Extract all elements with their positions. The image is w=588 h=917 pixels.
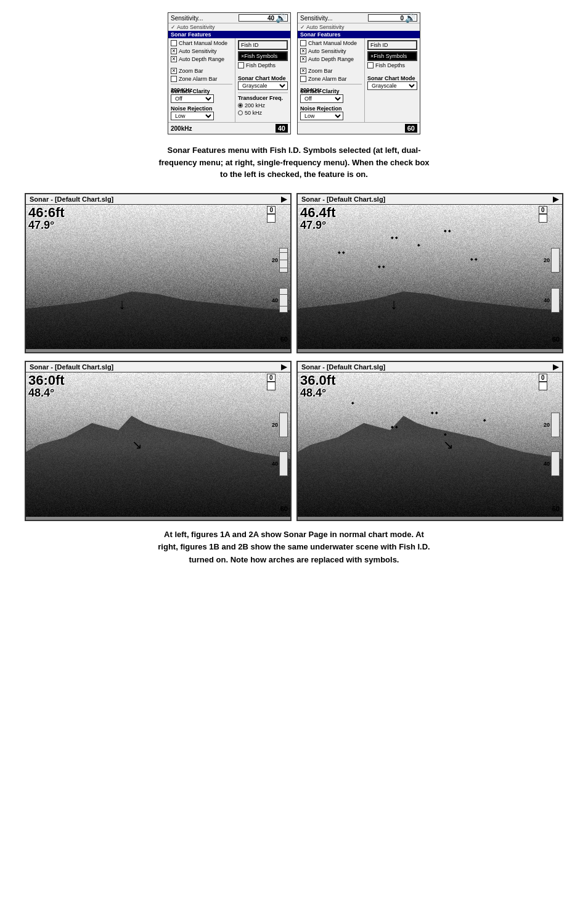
scale-2a: 20 <box>272 413 288 437</box>
right-fish-symbols-box[interactable]: ×Fish Symbols <box>367 51 417 61</box>
scale-20-2a: 20 <box>272 422 278 428</box>
right-auto-depth-checkbox[interactable] <box>300 56 306 62</box>
left-panel-left-col: Chart Manual Mode Auto Sensitivity Auto … <box>168 38 235 122</box>
right-nr-select[interactable]: Low <box>300 112 343 120</box>
left-transducer-section: Transducer Freq. 200 kHz 50 kHz <box>238 93 288 96</box>
left-nr-select[interactable]: Low <box>171 112 214 120</box>
right-sf-label: Sonar Features <box>300 31 341 38</box>
left-sonar-chart-mode: Sonar Chart Mode Grayscale <box>238 75 288 90</box>
sens-value-2a: 0 <box>267 374 276 382</box>
sonar-grid-row2: Sonar - [Default Chart.slg] ▶ 36:0ft 48.… <box>25 361 563 521</box>
scale-60-2a: 60 <box>280 503 288 514</box>
left-scm-select[interactable]: Grayscale <box>238 81 288 90</box>
right-auto-sens-label: Auto Sensitivity <box>308 48 346 54</box>
right-auto-depth-row: Auto Depth Range <box>300 56 362 62</box>
scale-40-2a: 40 <box>272 451 288 476</box>
right-sensitivity-bar[interactable]: 0 🔊 <box>368 14 417 22</box>
right-auto-sens-checkbox[interactable] <box>300 48 306 54</box>
left-200khz-row: 200 kHz <box>238 102 288 109</box>
depth-sub-2a: 48.4° <box>28 387 65 398</box>
left-zoom-bar-row: Zoom Bar <box>171 68 232 74</box>
scale-20-2b: 20 <box>544 422 550 428</box>
sens-icon-2a <box>267 382 276 390</box>
left-auto-depth-label: Auto Depth Range <box>179 56 224 62</box>
left-chart-manual-row: Chart Manual Mode <box>171 40 232 46</box>
left-50khz-label: 50 kHz <box>245 110 262 116</box>
sens-area-2b: 0 <box>539 374 547 390</box>
scale-20-1a: 20 <box>272 257 278 263</box>
right-zoom-bar-checkbox[interactable] <box>300 68 306 74</box>
left-auto-depth-row: Auto Depth Range <box>171 56 232 62</box>
left-50khz-radio[interactable] <box>238 110 243 115</box>
right-chart-manual-row: Chart Manual Mode <box>300 40 362 46</box>
right-sc-select[interactable]: Off <box>300 94 343 103</box>
right-fish-id-label: Fish ID <box>370 42 388 48</box>
right-surface-clarity: Surface Clarity Off <box>300 88 362 103</box>
right-fish-depths-checkbox[interactable] <box>367 62 374 68</box>
fish-sym-2b-1: ⬥ <box>351 398 355 406</box>
left-auto-depth-checkbox[interactable] <box>171 56 177 62</box>
left-panel-right-col: Fish ID ×Fish Symbols Fish Depths Sonar … <box>235 38 290 122</box>
sonar-screen-2a: Sonar - [Default Chart.slg] ▶ 36:0ft 48.… <box>25 361 292 521</box>
right-zone-alarm-checkbox[interactable] <box>300 76 306 82</box>
right-panel-left-col: Chart Manual Mode Auto Sensitivity Auto … <box>298 38 365 122</box>
right-sc-title: Surface Clarity <box>300 88 362 94</box>
fish-sym-2b-3: ⬥ <box>483 416 487 423</box>
caption1-line1: Sonar Features menu with Fish I.D. Symbo… <box>167 146 420 155</box>
caption2-line2: right, figures 1B and 2B show the same u… <box>158 542 430 551</box>
depth-sub-2b: 48.4° <box>300 387 335 398</box>
depth-main-1b: 46.4ft <box>300 206 335 220</box>
left-fish-depths-checkbox[interactable] <box>238 62 244 68</box>
sonar-title-1a: Sonar - [Default Chart.slg] <box>30 195 113 203</box>
sonar-depth-1b: 46.4ft 47.9° <box>300 206 335 231</box>
sonar-title-1b: Sonar - [Default Chart.slg] <box>301 195 385 203</box>
sonar-header-2b: Sonar - [Default Chart.slg] ▶ <box>298 362 562 372</box>
sonar-body-1a: 46:6ft 47.9° 0 20 <box>26 205 290 349</box>
arrow-2b: ↘ <box>443 437 454 452</box>
right-fish-symbols-label: ×Fish Symbols <box>370 53 407 59</box>
left-chart-manual-label: Chart Manual Mode <box>179 40 227 46</box>
left-zone-alarm-checkbox[interactable] <box>171 76 177 82</box>
left-fish-symbols-box[interactable]: ×Fish Symbols <box>238 51 288 61</box>
caption1-line3: to the left is checked, the feature is o… <box>220 170 368 179</box>
left-sensitivity-row: Sensitivity... 40 🔊 <box>168 13 290 23</box>
right-chart-manual-checkbox[interactable] <box>300 40 306 46</box>
sens-area-1b: 0 <box>539 206 547 223</box>
scale-40-1a: 40 <box>272 288 288 313</box>
left-chart-manual-checkbox[interactable] <box>171 40 177 46</box>
sonar-arrow-1a[interactable]: ▶ <box>281 195 287 204</box>
left-zoom-bar-checkbox[interactable] <box>171 68 177 74</box>
sonar-arrow-1b[interactable]: ▶ <box>553 195 558 204</box>
scale-2b: 20 <box>544 413 560 437</box>
right-panel-right-col: Fish ID ×Fish Symbols Fish Depths Sonar … <box>365 38 420 122</box>
arrow-1a: ↓ <box>118 295 126 313</box>
right-sensitivity-icon: 🔊 <box>405 13 415 23</box>
scale-60-label-1a: 60 <box>280 335 288 343</box>
left-auto-sens-label: Auto Sensitivity <box>179 48 217 54</box>
sonar-arrow-2a[interactable]: ▶ <box>281 363 287 371</box>
left-200khz-radio[interactable] <box>238 103 243 108</box>
right-panel-bottom: 60 <box>298 122 420 134</box>
caption1: Sonar Features menu with Fish I.D. Symbo… <box>37 144 551 181</box>
scale-20-1b: 20 <box>544 257 550 263</box>
fish-sym-1: ⬥⬥ <box>390 233 399 241</box>
right-scm-select[interactable]: Grayscale <box>367 81 417 90</box>
left-auto-sens-checkbox[interactable] <box>171 48 177 54</box>
right-sensitivity-value: 0 <box>400 15 404 22</box>
sens-value-1b: 0 <box>539 206 547 214</box>
scale-60-label-2b: 60 <box>552 505 560 512</box>
left-sonar-panel: Sensitivity... 40 🔊 ✓ Auto Sensitivity S… <box>168 12 291 134</box>
sonar-depth-2a: 36:0ft 48.4° <box>28 374 65 398</box>
right-sensitivity-row: Sensitivity... 0 🔊 <box>298 13 420 23</box>
right-zone-alarm-label: Zone Alarm Bar <box>308 76 347 82</box>
left-nr-title: Noise Rejection <box>171 105 232 112</box>
left-sensitivity-bar[interactable]: 40 🔊 <box>239 14 288 22</box>
sonar-header-2a: Sonar - [Default Chart.slg] ▶ <box>26 362 290 372</box>
caption2-line1: At left, figures 1A and 2A show Sonar Pa… <box>164 530 424 539</box>
scale-60-label-1b: 60 <box>552 335 560 343</box>
caption1-line2: frequency menu; at right, single-frequen… <box>158 158 429 167</box>
sonar-arrow-2b[interactable]: ▶ <box>553 363 558 371</box>
sonar-grid-row1: Sonar - [Default Chart.slg] ▶ 46:6ft 47.… <box>25 193 563 353</box>
left-zoom-bar-label: Zoom Bar <box>179 68 203 74</box>
left-sc-select[interactable]: Off <box>171 94 214 103</box>
